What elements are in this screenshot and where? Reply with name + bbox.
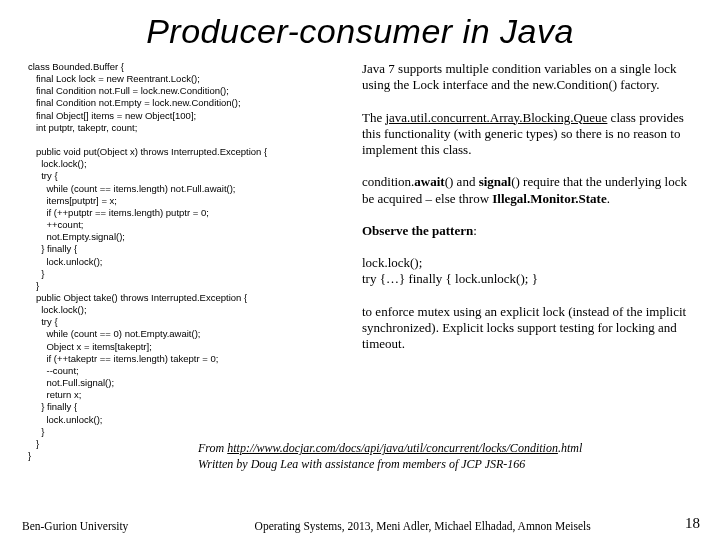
bold-await: await: [414, 174, 444, 189]
text: The: [362, 110, 385, 125]
bold-illegal: Illegal.Monitor.State: [492, 191, 606, 206]
cite-link: http://www.docjar.com/docs/api/java/util…: [227, 441, 558, 455]
footer-mid: Operating Systems, 2013, Meni Adler, Mic…: [128, 520, 677, 532]
bold-signal: signal: [479, 174, 512, 189]
page-number: 18: [677, 515, 700, 532]
text: From: [198, 441, 227, 455]
text: condition.: [362, 174, 414, 189]
paragraph-pattern: lock.lock(); try {…} finally { lock.unlo…: [362, 255, 692, 288]
cite-author: Written by Doug Lea with assistance from…: [198, 457, 525, 471]
paragraph-enforce: to enforce mutex using an explicit lock …: [362, 304, 692, 353]
paragraph-observe: Observe the pattern:: [362, 223, 692, 239]
paragraph-java7: Java 7 supports multiple condition varia…: [362, 61, 692, 94]
text: .html: [558, 441, 582, 455]
text: .: [607, 191, 610, 206]
slide-title: Producer-consumer in Java: [28, 12, 692, 51]
text: () and: [445, 174, 479, 189]
code-block: class Bounded.Buffer { final Lock lock =…: [28, 61, 348, 462]
bold-observe: Observe the pattern: [362, 223, 473, 238]
paragraph-await-signal: condition.await() and signal() require t…: [362, 174, 692, 207]
class-link: java.util.concurrent.Array.Blocking.Queu…: [385, 110, 607, 125]
footer-left: Ben-Gurion University: [22, 520, 128, 532]
paragraph-abq: The java.util.concurrent.Array.Blocking.…: [362, 110, 692, 159]
text: :: [473, 223, 477, 238]
